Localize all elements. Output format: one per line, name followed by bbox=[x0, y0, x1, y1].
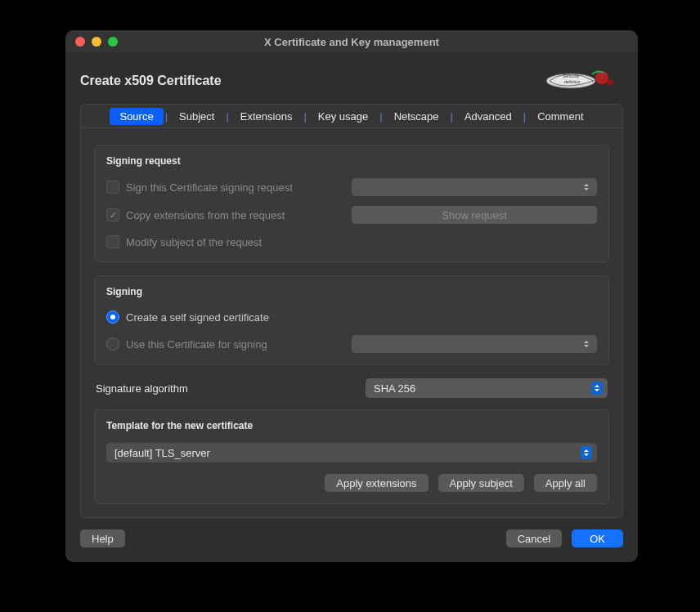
tab-separator: | bbox=[303, 110, 306, 123]
sign-csr-label: Sign this Certificate signing request bbox=[126, 181, 293, 194]
tab-advanced[interactable]: Advanced bbox=[455, 108, 522, 125]
svg-point-1 bbox=[595, 71, 608, 84]
copy-extensions-label: Copy extensions from the request bbox=[126, 209, 285, 221]
apply-subject-button[interactable]: Apply subject bbox=[438, 474, 524, 492]
window-title: X Certificate and Key management bbox=[65, 36, 638, 48]
sig-alg-select[interactable]: SHA 256 bbox=[366, 378, 608, 398]
svg-text:delicious: delicious bbox=[564, 79, 581, 84]
svg-point-2 bbox=[607, 79, 613, 86]
help-button[interactable]: Help bbox=[80, 529, 125, 547]
modify-subject-label: Modify subject of the request bbox=[126, 236, 262, 248]
self-signed-radio[interactable] bbox=[106, 310, 119, 324]
sig-alg-label: Signature algorithm bbox=[96, 382, 366, 395]
show-request-button[interactable]: Show request bbox=[352, 206, 597, 224]
use-cert-label: Use this Certificate for signing bbox=[126, 338, 267, 351]
use-cert-radio[interactable] bbox=[106, 337, 119, 351]
tab-separator: | bbox=[523, 110, 526, 123]
tab-source[interactable]: Source bbox=[110, 108, 163, 125]
tab-separator: | bbox=[165, 110, 168, 123]
signing-group: Signing Create a self signed certificate… bbox=[94, 275, 609, 365]
svg-text:Seriously: Seriously bbox=[563, 74, 580, 78]
chevron-updown-icon bbox=[581, 446, 592, 459]
self-signed-label: Create a self signed certificate bbox=[126, 311, 269, 324]
apply-extensions-button[interactable]: Apply extensions bbox=[325, 474, 428, 492]
tab-separator: | bbox=[226, 110, 228, 123]
section-label-template: Template for the new certificate bbox=[106, 420, 597, 431]
copy-extensions-checkbox[interactable] bbox=[106, 208, 119, 221]
tab-separator: | bbox=[379, 110, 382, 123]
cancel-button[interactable]: Cancel bbox=[506, 529, 562, 547]
modify-subject-checkbox[interactable] bbox=[106, 235, 119, 248]
csr-select[interactable] bbox=[352, 178, 597, 196]
tab-extensions[interactable]: Extensions bbox=[231, 108, 303, 125]
chevron-updown-icon bbox=[581, 337, 592, 351]
template-value: [default] TLS_server bbox=[114, 447, 210, 459]
section-label-signing-request: Signing request bbox=[106, 155, 597, 167]
titlebar: X Certificate and Key management bbox=[65, 30, 638, 53]
page-title: Create x509 Certificate bbox=[80, 74, 222, 88]
main-panel: Source | Subject | Extensions | Key usag… bbox=[80, 104, 623, 518]
tab-bar: Source | Subject | Extensions | Key usag… bbox=[81, 105, 622, 128]
window: X Certificate and Key management Create … bbox=[65, 30, 638, 562]
tab-key-usage[interactable]: Key usage bbox=[308, 108, 378, 125]
signing-request-group: Signing request Sign this Certificate si… bbox=[94, 145, 609, 262]
template-select[interactable]: [default] TLS_server bbox=[106, 443, 597, 462]
chevron-updown-icon bbox=[581, 181, 592, 194]
signer-cert-select[interactable] bbox=[352, 335, 597, 353]
template-group: Template for the new certificate [defaul… bbox=[94, 409, 609, 504]
sig-alg-value: SHA 256 bbox=[374, 382, 415, 395]
app-logo-icon: Seriously delicious bbox=[545, 66, 623, 96]
section-label-signing: Signing bbox=[106, 286, 597, 297]
tab-comment[interactable]: Comment bbox=[527, 108, 593, 125]
tab-separator: | bbox=[451, 110, 453, 123]
tab-subject[interactable]: Subject bbox=[169, 108, 224, 125]
ok-button[interactable]: OK bbox=[572, 529, 623, 547]
sign-csr-checkbox[interactable] bbox=[106, 181, 119, 194]
tab-netscape[interactable]: Netscape bbox=[384, 108, 449, 125]
chevron-updown-icon bbox=[591, 382, 603, 395]
apply-all-button[interactable]: Apply all bbox=[534, 474, 597, 492]
